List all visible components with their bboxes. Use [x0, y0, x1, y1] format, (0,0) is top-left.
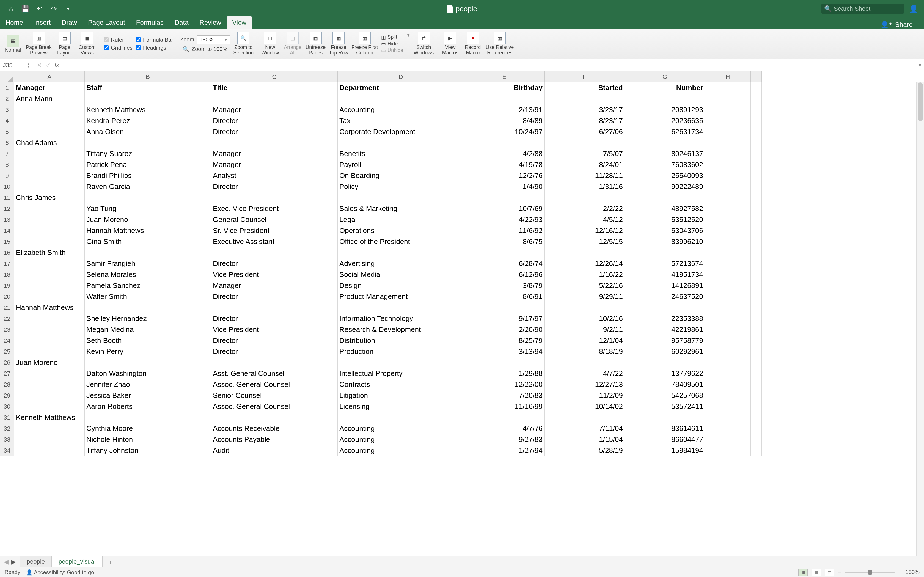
col-header-A[interactable]: A: [14, 71, 85, 82]
cell[interactable]: [544, 357, 625, 368]
spreadsheet-grid[interactable]: ABCDEFGH1ManagerStaffTitleDepartmentBirt…: [0, 71, 924, 556]
cell[interactable]: [211, 412, 338, 423]
cell[interactable]: 12/2/76: [464, 170, 544, 181]
view-macros-button[interactable]: ▶View Macros: [441, 32, 460, 56]
cell[interactable]: 5/22/16: [544, 280, 625, 291]
cell[interactable]: [625, 412, 705, 423]
cell[interactable]: Product Management: [338, 291, 464, 302]
cell[interactable]: [85, 357, 211, 368]
cell[interactable]: [14, 269, 85, 280]
sheet-tab-people_visual[interactable]: people_visual: [52, 556, 103, 567]
switch-windows-button[interactable]: ⇄Switch Windows: [414, 32, 434, 56]
row-header-13[interactable]: 13: [0, 214, 14, 225]
zoom-slider[interactable]: [845, 572, 895, 573]
cell[interactable]: Jennifer Zhao: [85, 379, 211, 390]
cell[interactable]: [14, 379, 85, 390]
cell[interactable]: [338, 192, 464, 203]
search-sheet[interactable]: 🔍: [821, 4, 904, 14]
cell[interactable]: Director: [211, 126, 338, 137]
headings-checkbox[interactable]: Headings: [136, 45, 173, 51]
row-header-18[interactable]: 18: [0, 269, 14, 280]
cell[interactable]: Director: [211, 291, 338, 302]
tab-home[interactable]: Home: [0, 16, 29, 29]
freeze-first-col-button[interactable]: ▦Freeze First Column: [351, 32, 378, 56]
cell[interactable]: [625, 137, 705, 148]
cell[interactable]: 20236635: [625, 115, 705, 126]
zoom-to-selection-button[interactable]: 🔍Zoom to Selection: [233, 32, 254, 56]
cell[interactable]: [625, 93, 705, 105]
cell[interactable]: [625, 247, 705, 258]
row-header-1[interactable]: 1: [0, 82, 14, 93]
cell[interactable]: [85, 412, 211, 423]
cell[interactable]: Manager: [211, 280, 338, 291]
cell[interactable]: Accounting: [338, 423, 464, 434]
sheet-tab-people[interactable]: people: [20, 556, 52, 567]
cell[interactable]: Cynthia Moore: [85, 423, 211, 434]
cell[interactable]: [625, 357, 705, 368]
cell[interactable]: 1/15/04: [544, 434, 625, 445]
cell[interactable]: Tax: [338, 115, 464, 126]
tab-page-layout[interactable]: Page Layout: [82, 16, 131, 29]
cell[interactable]: Seth Booth: [85, 335, 211, 346]
cell[interactable]: Information Technology: [338, 313, 464, 324]
cell[interactable]: [464, 137, 544, 148]
cell[interactable]: Walter Smith: [85, 291, 211, 302]
row-header-11[interactable]: 11: [0, 192, 14, 203]
zoom-out-button[interactable]: −: [838, 569, 841, 575]
cell[interactable]: [544, 302, 625, 313]
redo-icon[interactable]: ↷: [50, 5, 58, 13]
cell[interactable]: [544, 247, 625, 258]
view-custom-views-button[interactable]: ▣Custom Views: [78, 32, 97, 56]
fx-icon[interactable]: fx: [55, 62, 59, 69]
cell[interactable]: Audit: [211, 445, 338, 456]
row-header-8[interactable]: 8: [0, 160, 14, 170]
row-header-33[interactable]: 33: [0, 434, 14, 445]
cell[interactable]: 53512520: [625, 214, 705, 225]
cell[interactable]: 1/4/90: [464, 181, 544, 192]
row-header-16[interactable]: 16: [0, 247, 14, 258]
cell[interactable]: Director: [211, 115, 338, 126]
view-page-break-icon[interactable]: ▥: [825, 569, 834, 576]
cell[interactable]: 86604477: [625, 434, 705, 445]
cell[interactable]: 12/22/00: [464, 379, 544, 390]
cell[interactable]: 60292961: [625, 346, 705, 357]
cell[interactable]: Anna Mann: [14, 93, 85, 105]
row-header-12[interactable]: 12: [0, 203, 14, 214]
cell[interactable]: Manager: [211, 160, 338, 170]
window-dropdown-icon[interactable]: ▼: [407, 33, 410, 37]
view-normal-icon[interactable]: ▦: [798, 569, 808, 576]
row-header-5[interactable]: 5: [0, 126, 14, 137]
cell[interactable]: Payroll: [338, 160, 464, 170]
cell[interactable]: [464, 357, 544, 368]
user-presence-icon[interactable]: 👤: [909, 5, 919, 13]
col-header-C[interactable]: C: [211, 71, 338, 82]
row-header-23[interactable]: 23: [0, 324, 14, 335]
cell[interactable]: Dalton Washington: [85, 368, 211, 379]
cell[interactable]: [14, 236, 85, 247]
view-page-layout-icon[interactable]: ▤: [811, 569, 821, 576]
cell[interactable]: 53572411: [625, 401, 705, 412]
cell[interactable]: [14, 280, 85, 291]
row-header-15[interactable]: 15: [0, 236, 14, 247]
cell[interactable]: 12/27/13: [544, 379, 625, 390]
cell[interactable]: Kenneth Matthews: [85, 105, 211, 115]
hide-button[interactable]: ▭Hide: [381, 41, 403, 47]
col-header-E[interactable]: E: [464, 71, 544, 82]
cell[interactable]: [211, 357, 338, 368]
row-header-4[interactable]: 4: [0, 115, 14, 126]
formula-bar-checkbox[interactable]: Formula Bar: [136, 37, 173, 43]
cell[interactable]: 7/20/83: [464, 390, 544, 401]
cell[interactable]: 83614611: [625, 423, 705, 434]
row-header-32[interactable]: 32: [0, 423, 14, 434]
cell[interactable]: Policy: [338, 181, 464, 192]
cell[interactable]: 4/7/22: [544, 368, 625, 379]
cell[interactable]: Megan Medina: [85, 324, 211, 335]
cell[interactable]: Accounting: [338, 105, 464, 115]
cell[interactable]: Aaron Roberts: [85, 401, 211, 412]
row-header-2[interactable]: 2: [0, 93, 14, 105]
cell[interactable]: 9/29/11: [544, 291, 625, 302]
row-header-3[interactable]: 3: [0, 105, 14, 115]
cell[interactable]: Gina Smith: [85, 236, 211, 247]
cell[interactable]: Accounts Payable: [211, 434, 338, 445]
cell[interactable]: 2/2/22: [544, 203, 625, 214]
